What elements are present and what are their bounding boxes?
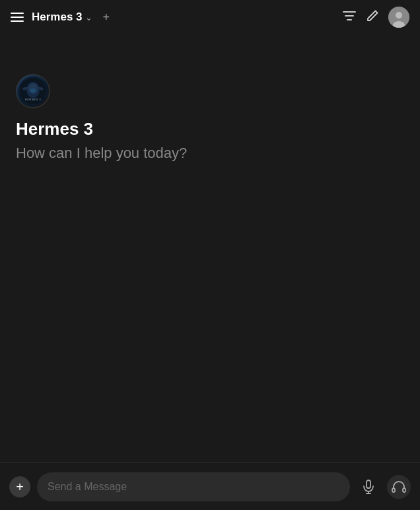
main-content: HERMES 3 Hermes 3 How can I help you tod… [0, 34, 420, 462]
svg-point-12 [30, 89, 36, 92]
input-area: + [0, 462, 420, 510]
chevron-down-icon: ⌄ [85, 13, 92, 22]
header-right [342, 7, 409, 28]
bot-subtitle: How can I help you today? [16, 145, 187, 162]
header: Hermes 3 ⌄ + [0, 0, 420, 34]
title-area[interactable]: Hermes 3 ⌄ [32, 11, 92, 24]
page-title: Hermes 3 [32, 11, 83, 24]
edit-icon[interactable] [366, 9, 379, 25]
svg-rect-17 [392, 488, 395, 492]
headphone-icon[interactable] [387, 475, 411, 499]
add-chat-icon[interactable]: + [103, 11, 110, 24]
svg-rect-18 [403, 488, 405, 492]
bot-name: Hermes 3 [16, 119, 93, 139]
avatar[interactable] [388, 7, 409, 28]
bot-avatar-inner: HERMES 3 [17, 75, 49, 107]
header-left: Hermes 3 ⌄ + [11, 11, 110, 24]
message-input-wrapper [37, 472, 350, 501]
microphone-icon[interactable] [357, 475, 380, 499]
bot-avatar: HERMES 3 [16, 74, 50, 108]
add-attachment-button[interactable]: + [9, 476, 30, 497]
message-input[interactable] [48, 481, 339, 493]
hamburger-menu-icon[interactable] [11, 13, 24, 22]
svg-text:HERMES 3: HERMES 3 [25, 98, 42, 101]
filter-icon[interactable] [342, 9, 357, 25]
svg-rect-14 [367, 480, 370, 488]
svg-point-4 [396, 12, 402, 18]
